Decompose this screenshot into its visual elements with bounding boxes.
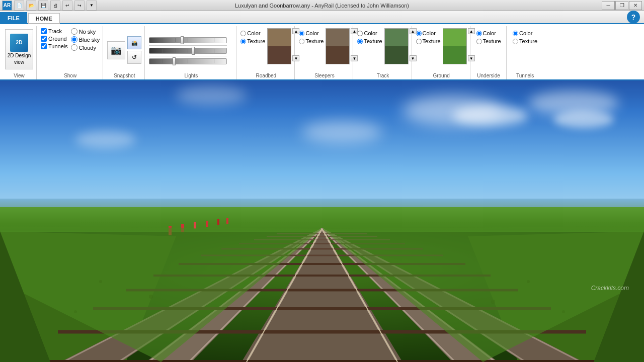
blue-sky-radio[interactable] (71, 36, 77, 43)
track-checkbox[interactable] (41, 28, 47, 34)
sleepers-texture-radio[interactable] (299, 39, 304, 44)
redo-button[interactable]: ↪ (74, 1, 85, 11)
app-icon: AR (2, 1, 12, 11)
ground-texture-radio[interactable] (416, 39, 422, 44)
ground-tex-down[interactable]: ▼ (468, 55, 475, 61)
close-button[interactable]: ✕ (629, 1, 642, 10)
tunnels-content: Color Texture (513, 26, 537, 72)
underside-texture-radio[interactable] (476, 39, 482, 44)
track-texture-preview-wrapper: ▲ ▼ (384, 28, 409, 64)
snapshot-small-btn2[interactable]: ↺ (127, 51, 141, 64)
mark1 (162, 38, 163, 42)
tunnels-color-row: Color (513, 30, 537, 36)
sleepers-tex-up[interactable]: ▲ (351, 28, 358, 34)
restore-button[interactable]: ❐ (615, 1, 628, 10)
print-button[interactable]: 🖨 (50, 1, 60, 11)
3d-viewport[interactable]: Crackkits.com (0, 80, 644, 362)
mark3-5 (214, 59, 214, 63)
tunnels-color-label: Color (519, 30, 532, 36)
cloudy-radio[interactable] (71, 44, 77, 51)
ground-texture-row: Texture (416, 38, 441, 44)
slider-3-thumb[interactable] (173, 57, 176, 65)
mark5 (214, 38, 214, 42)
mark2 (175, 38, 176, 42)
tab-file[interactable]: FILE (0, 12, 27, 23)
track-tex-up[interactable]: ▲ (410, 28, 417, 34)
ground-tex-arrows: ▲ ▼ (468, 28, 475, 61)
tunnels-texture-radio[interactable] (513, 39, 518, 44)
open-button[interactable]: 📂 (26, 1, 36, 11)
grass-dot-2 (149, 295, 153, 299)
slider-1-thumb[interactable] (181, 36, 184, 44)
track-tex-spacer (410, 35, 417, 55)
track-checkbox-row: Track (41, 28, 68, 34)
ground-checkbox[interactable] (41, 36, 47, 42)
tunnels-radios: Color Texture (513, 28, 537, 44)
tunnels-color-radio[interactable] (513, 31, 518, 36)
track-texture-row: Texture (357, 38, 382, 44)
save-button[interactable]: 💾 (38, 1, 48, 11)
ground-tex-up[interactable]: ▲ (468, 28, 475, 34)
sleepers-group-label: Sleepers (314, 72, 334, 78)
window-title: Luxulyan and Goonbarrow.any - AnyRail (L… (235, 3, 409, 9)
camera-button[interactable]: 📷 (107, 41, 125, 59)
sleepers-tex-down[interactable]: ▼ (351, 55, 358, 61)
light-slider-2-row (149, 48, 227, 54)
ground-tex-bot (443, 46, 466, 64)
show-group-label: Show (64, 72, 76, 78)
roadbed-tex-up[interactable]: ▲ (292, 28, 299, 34)
roadbed-tex-down[interactable]: ▼ (292, 55, 299, 61)
sleepers-radios: Color Texture (299, 28, 324, 44)
minimize-button[interactable]: ─ (602, 1, 615, 10)
ribbon-group-underside: Color Texture Underside (471, 26, 507, 79)
quick-access-toolbar: AR 📄 📂 💾 🖨 ↩ ↪ ▼ (2, 1, 97, 11)
ribbon-group-show: Track Ground Tunnels No sky Bl (38, 26, 103, 79)
ground-color-radio[interactable] (416, 31, 422, 36)
cursor-position (318, 309, 323, 313)
slider3-marks (149, 59, 226, 64)
mark3-1 (162, 59, 163, 63)
ground-texture-label: Texture (423, 38, 441, 44)
underside-texture-label: Texture (483, 38, 501, 44)
dropdown-button[interactable]: ▼ (87, 1, 97, 11)
roadbed-tex-bot (268, 46, 291, 64)
ground-content: Color Texture ▲ ▼ (416, 26, 467, 72)
sleepers-color-radio[interactable] (299, 31, 304, 36)
sleepers-tex-top (326, 29, 349, 46)
light-slider-1[interactable] (149, 37, 227, 43)
underside-content: Color Texture (476, 26, 501, 72)
track-tex-down[interactable]: ▼ (410, 55, 417, 61)
track-texture-radio[interactable] (357, 39, 363, 44)
sleepers-color-label: Color (305, 30, 318, 36)
new-button[interactable]: 📄 (14, 1, 24, 11)
cloudy-radio-row: Cloudy (71, 44, 100, 51)
track-color-radio[interactable] (357, 31, 363, 36)
slider-2-thumb[interactable] (192, 47, 195, 55)
tunnels-group-label: Tunnels (516, 72, 534, 78)
tunnels-checkbox[interactable] (41, 43, 47, 49)
roadbed-texture-radio[interactable] (240, 39, 246, 44)
snapshot-small-btn1[interactable]: 📸 (127, 36, 141, 49)
blue-sky-radio-row: Blue sky (71, 36, 100, 43)
no-sky-radio[interactable] (71, 28, 77, 35)
roadbed-color-radio[interactable] (240, 31, 246, 36)
mark2-5 (214, 49, 214, 53)
light-slider-3[interactable] (149, 58, 227, 64)
light-slider-2[interactable] (149, 48, 227, 54)
2d-design-view-button[interactable]: 2D 2D Design view (5, 29, 33, 69)
ground-color-row: Color (416, 30, 441, 36)
ribbon-group-view: 2D 2D Design view View (2, 26, 37, 79)
ribbon-group-roadbed: Color Texture ▲ ▼ Roadbed (237, 26, 295, 79)
light-slider-1-row (149, 37, 227, 43)
slider2-marks (149, 48, 226, 53)
track-tex-arrows: ▲ ▼ (410, 28, 417, 61)
roadbed-content: Color Texture ▲ ▼ (240, 26, 291, 72)
help-button[interactable]: ? (627, 11, 640, 24)
sleepers-texture-preview (326, 28, 350, 64)
underside-color-radio[interactable] (476, 31, 482, 36)
track-texture-preview (384, 28, 409, 64)
light-slider-3-row (149, 58, 227, 64)
tab-home[interactable]: HOME (28, 13, 60, 24)
undo-button[interactable]: ↩ (62, 1, 72, 11)
underside-texture-row: Texture (476, 38, 501, 44)
